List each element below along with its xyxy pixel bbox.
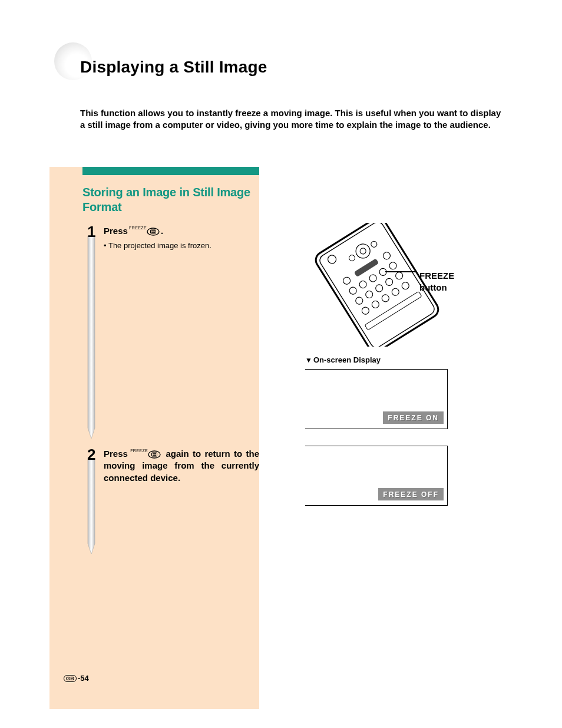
section-bar [82,167,259,175]
page-number-text: -54 [78,674,89,683]
svg-rect-11 [318,223,437,347]
step-arrow-1 [86,236,97,439]
step-number-1: 1 [87,223,95,241]
osd-box-freeze-on: FREEZE ON [305,369,448,429]
freeze-label-2: FREEZE [130,448,148,453]
freeze-on-tag: FREEZE ON [383,411,444,424]
callout-line-1: FREEZE [419,271,454,281]
freeze-button-icon [148,450,161,459]
page-title: Displaying a Still Image [80,58,267,77]
callout-line [385,271,416,272]
step-2: 2 Press FREEZE again to return to the mo… [82,444,259,484]
step-1-post: . [161,226,163,236]
step-1: 1 Press FREEZE. • The projected image is… [82,222,259,251]
osd-heading-text: On-screen Display [313,355,381,364]
osd-box-freeze-off: FREEZE OFF [305,446,448,506]
freeze-button-callout: FREEZE button [419,270,454,293]
triangle-down-icon: ▼ [305,356,312,364]
callout-line-2: button [419,282,447,292]
freeze-button-icon [147,228,160,236]
step-2-instruction: Press FREEZE again to return to the movi… [104,448,259,484]
freeze-label-1: FREEZE [129,225,147,230]
step-1-bullet-text: The projected image is frozen. [108,241,211,250]
step-number-2: 2 [87,446,95,464]
region-badge: GB [64,675,77,682]
step-2-pre: Press [104,449,128,459]
intro-paragraph: This function allows you to instantly fr… [80,107,504,131]
section-heading: Storing an Image in Still Image Format [82,185,259,215]
osd-heading: ▼On-screen Display [305,355,381,364]
freeze-off-tag: FREEZE OFF [378,488,444,500]
step-1-pre: Press [104,226,128,236]
step-1-bullet: • The projected image is frozen. [104,241,259,251]
step-1-instruction: Press FREEZE. [104,225,259,237]
page-number: GB-54 [64,674,89,683]
